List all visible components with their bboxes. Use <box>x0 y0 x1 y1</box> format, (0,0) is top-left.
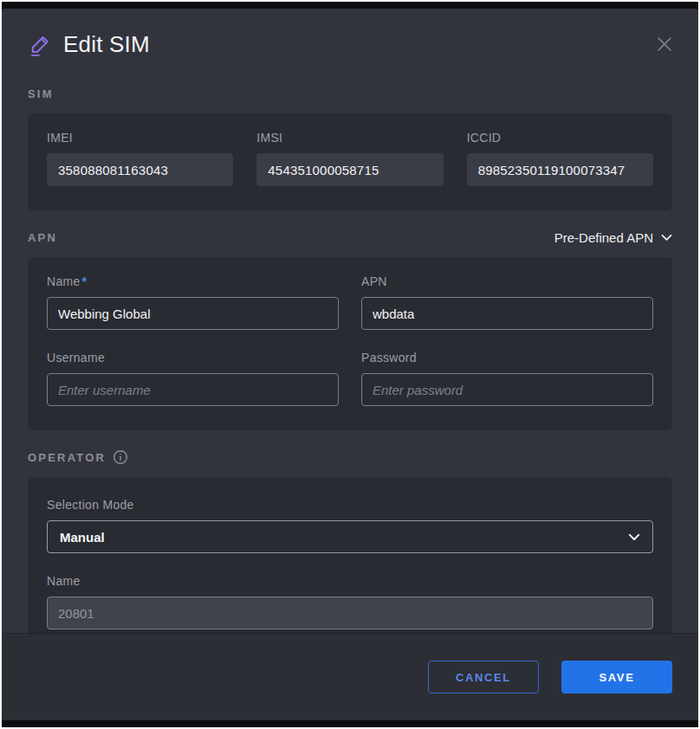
username-input[interactable] <box>47 373 339 406</box>
info-icon <box>113 449 128 465</box>
iccid-value: 89852350119100073347 <box>467 153 653 186</box>
iccid-label: ICCID <box>467 131 653 145</box>
imsi-value: 454351000058715 <box>256 153 443 186</box>
password-label: Password <box>361 351 653 364</box>
save-button[interactable]: SAVE <box>561 661 672 694</box>
sim-section-header: SIM <box>28 86 672 101</box>
edit-pencil-icon <box>28 33 52 57</box>
iccid-field: ICCID 89852350119100073347 <box>467 131 653 186</box>
apn-name-label: Name* <box>47 274 339 288</box>
chevron-down-icon <box>661 234 672 242</box>
apn-name-field: Name* <box>47 274 339 330</box>
sim-panel: IMEI 358088081163043 IMSI 45435100005871… <box>28 113 672 210</box>
operator-name-field: Name <box>47 574 653 629</box>
modal-footer: CANCEL SAVE <box>2 634 698 720</box>
apn-name-input[interactable] <box>47 297 339 330</box>
username-label: Username <box>47 351 339 364</box>
imei-value: 358088081163043 <box>47 153 233 186</box>
imsi-label: IMSI <box>256 131 443 145</box>
page-background: Edit SIM SIM IMEI 358088081163043 <box>2 2 698 727</box>
chevron-down-icon <box>628 533 640 541</box>
predefined-apn-dropdown[interactable]: Pre-Defined APN <box>554 230 672 245</box>
operator-name-input[interactable] <box>47 597 653 629</box>
apn-section-header: APN Pre-Defined APN <box>28 229 672 245</box>
close-icon[interactable] <box>653 33 676 55</box>
operator-panel: Selection Mode Manual Name <box>28 477 672 650</box>
apn-apn-field: APN <box>361 274 653 330</box>
cancel-button[interactable]: CANCEL <box>428 661 539 694</box>
apn-apn-label: APN <box>361 274 653 288</box>
apn-username-field: Username <box>47 351 339 406</box>
edit-sim-modal: Edit SIM SIM IMEI 358088081163043 <box>2 9 698 720</box>
required-asterisk: * <box>82 274 88 288</box>
sim-section-label: SIM <box>28 87 54 100</box>
modal-body: SIM IMEI 358088081163043 IMSI 4543510000… <box>2 86 698 650</box>
apn-panel: Name* APN Username Password <box>28 257 672 430</box>
selection-mode-select[interactable]: Manual <box>47 520 653 553</box>
selection-mode-field: Selection Mode Manual <box>47 498 653 553</box>
apn-input[interactable] <box>361 297 653 330</box>
selection-mode-label: Selection Mode <box>47 498 653 512</box>
apn-password-field: Password <box>361 351 653 406</box>
predefined-apn-label: Pre-Defined APN <box>554 230 653 245</box>
password-input[interactable] <box>361 373 653 406</box>
imei-field: IMEI 358088081163043 <box>47 131 233 186</box>
operator-section-header: OPERATOR <box>28 449 672 465</box>
modal-header: Edit SIM <box>2 9 698 67</box>
imsi-field: IMSI 454351000058715 <box>256 131 443 186</box>
operator-name-label: Name <box>47 574 653 588</box>
apn-section-label: APN <box>28 231 57 244</box>
operator-section-label: OPERATOR <box>28 449 128 465</box>
imei-label: IMEI <box>47 131 233 145</box>
modal-title: Edit SIM <box>63 31 150 58</box>
selection-mode-value: Manual <box>60 530 105 545</box>
